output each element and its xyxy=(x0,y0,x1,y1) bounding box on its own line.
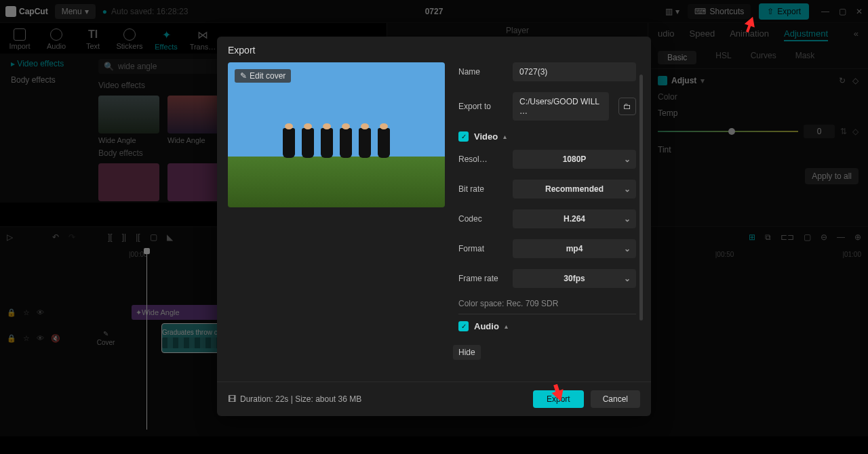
name-input[interactable]: 0727(3) xyxy=(513,62,636,81)
cover-figures xyxy=(228,128,445,158)
audio-checkbox[interactable]: ✓ xyxy=(458,321,469,331)
dialog-scrollbar[interactable] xyxy=(639,75,643,321)
annotation-arrow-top xyxy=(743,16,757,33)
export-path-value: C:/Users/GOOD WILL … xyxy=(519,97,602,116)
video-section-label: Video xyxy=(474,131,498,142)
bitrate-select[interactable]: Recommended xyxy=(513,180,636,199)
framerate-label: Frame rate xyxy=(458,274,506,283)
chevron-up-icon[interactable]: ▴ xyxy=(505,323,508,330)
edit-cover-button[interactable]: ✎ Edit cover xyxy=(235,69,291,83)
chevron-up-icon[interactable]: ▴ xyxy=(503,133,507,140)
resolution-select[interactable]: 1080P xyxy=(513,150,636,169)
name-label: Name xyxy=(458,67,506,77)
dialog-title: Export xyxy=(217,37,651,62)
codec-select[interactable]: H.264 xyxy=(513,209,636,228)
export-path-label: Export to xyxy=(458,102,506,111)
bitrate-label: Bit rate xyxy=(458,184,506,194)
duration-text: Duration: 22s | Size: about 36 MB xyxy=(240,394,361,404)
color-space-text: Color space: Rec. 709 SDR xyxy=(458,299,636,308)
audio-section-label: Audio xyxy=(474,321,499,331)
cover-preview: ✎ Edit cover xyxy=(228,62,445,207)
edit-cover-label: Edit cover xyxy=(250,71,285,81)
duration-info: 🎞 Duration: 22s | Size: about 36 MB xyxy=(228,394,361,404)
export-dialog: Export ✎ Edit cover Name 0727(3) Export … xyxy=(217,37,651,416)
framerate-select[interactable]: 30fps xyxy=(513,269,636,288)
format-label: Format xyxy=(458,244,506,253)
annotation-arrow-export xyxy=(551,384,566,402)
film-icon: 🎞 xyxy=(228,394,236,404)
pencil-icon: ✎ xyxy=(240,71,247,81)
video-checkbox[interactable]: ✓ xyxy=(458,131,469,142)
resolution-label: Resol… xyxy=(458,154,506,164)
codec-label: Codec xyxy=(458,214,506,224)
hide-tooltip: Hide xyxy=(453,345,481,360)
dialog-cancel-button[interactable]: Cancel xyxy=(591,390,640,408)
folder-icon: 🗀 xyxy=(623,102,631,111)
format-select[interactable]: mp4 xyxy=(513,239,636,258)
browse-folder-button[interactable]: 🗀 xyxy=(618,98,636,115)
export-path-input[interactable]: C:/Users/GOOD WILL … xyxy=(513,92,609,121)
